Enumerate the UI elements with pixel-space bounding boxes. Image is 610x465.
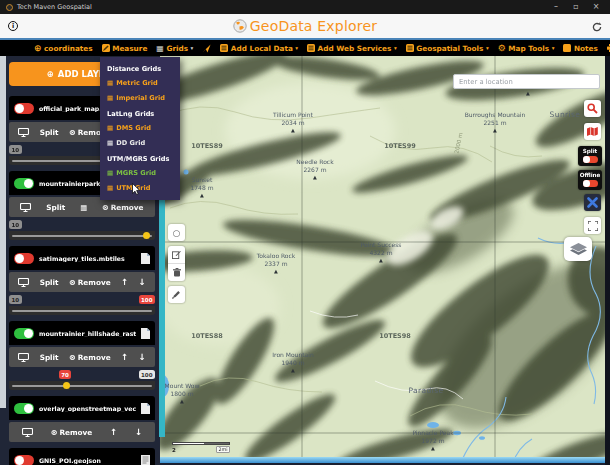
pencil-draw-icon (172, 290, 181, 299)
grids-dropdown-menu: Distance Grids ▦Metric Grid ▦Imperial Gr… (100, 57, 180, 200)
file-icon[interactable] (141, 403, 150, 414)
menu-add-web-services[interactable]: Add Web Services ▾ (307, 44, 397, 53)
menu-add-local-data[interactable]: Add Local Data ▾ (220, 44, 298, 53)
peak-icon: ▲ (180, 398, 184, 405)
menu-coordinates[interactable]: ⊕ coordinates (34, 43, 93, 53)
map-label-iron-mountain: Iron Mountain1940 m▲ (272, 351, 313, 374)
plus-icon: ⊕ (47, 69, 54, 79)
slider-thumb[interactable] (63, 382, 70, 389)
fullscreen-icon (588, 221, 598, 231)
brand: GeoData Explorer (18, 18, 592, 34)
monitor-icon[interactable] (18, 278, 29, 287)
remove-icon: ⊗ (69, 128, 76, 137)
app-title: GeoData Explorer (250, 18, 377, 34)
basemap-button[interactable] (584, 123, 601, 140)
layers-switcher-button[interactable] (564, 237, 592, 261)
close-button[interactable]: × (588, 0, 604, 14)
draw-circle-tool[interactable]: ○ (168, 224, 185, 241)
file-icon[interactable] (141, 328, 150, 339)
scale-unit: 2mi (216, 446, 230, 453)
split-button[interactable]: Split (40, 278, 59, 287)
opacity-slider[interactable] (9, 306, 155, 315)
menu-item-mgrs-grid[interactable]: ▦MGRS Grid (100, 165, 180, 180)
measure-network-button[interactable] (584, 194, 601, 211)
menu-item-dms-grid[interactable]: ▦DMS Grid (100, 120, 180, 135)
map-label-sunset: Sunset1748 m▲ (190, 176, 213, 199)
file-icon[interactable] (141, 253, 150, 264)
document-icon[interactable] (141, 455, 150, 465)
layer-visibility-toggle[interactable] (14, 403, 34, 414)
offline-toggle[interactable]: Offline (578, 170, 602, 190)
geospatial-tools-icon (406, 44, 414, 52)
map-label-tokaloo-rock: Tokaloo Rock2337 m▲ (257, 252, 296, 275)
monitor-icon[interactable] (18, 128, 29, 137)
layer-visibility-toggle[interactable] (14, 253, 34, 264)
opacity-slider[interactable] (9, 381, 155, 390)
dropdown-header-distance-grids: Distance Grids (100, 60, 180, 75)
remove-button[interactable]: ⊗Remove (51, 428, 93, 437)
remove-button[interactable]: ⊗Remove (102, 203, 144, 212)
info-icon[interactable]: i (8, 21, 18, 31)
move-up-button[interactable]: ↑ (110, 427, 117, 437)
split-toggle[interactable]: Split (578, 146, 602, 166)
attribute-table-icon[interactable]: ▦ (80, 203, 87, 212)
layer-name: satimagery_tiles.mbtiles (39, 255, 136, 262)
opacity-badges: 70 100 (9, 369, 155, 381)
split-button[interactable]: Split (40, 128, 59, 137)
edit-feature-button[interactable] (168, 246, 185, 263)
menu-item-imperial-grid[interactable]: ▦Imperial Grid (100, 90, 180, 105)
layer-visibility-toggle[interactable] (14, 103, 34, 114)
maximize-button[interactable]: ▫ (568, 0, 584, 14)
monitor-icon[interactable] (20, 203, 31, 212)
map-label-mount-wow: Mount Wow1800 m▲ (165, 382, 200, 405)
menu-geospatial-tools[interactable]: Geospatial Tools ▾ (406, 44, 489, 53)
menu-item-metric-grid[interactable]: ▦Metric Grid (100, 75, 180, 90)
layer-card-osm-vectortiles: overlay_openstreetmap_vectortiles_plane … (9, 396, 155, 442)
move-up-button[interactable]: ↑ (121, 277, 128, 287)
delete-feature-button[interactable] (168, 264, 185, 281)
move-up-button[interactable]: ↑ (121, 352, 128, 362)
offline-toggle-switch[interactable] (583, 180, 598, 188)
window-titlebar: Tech Maven Geospatial – ▫ × (0, 0, 610, 14)
move-down-button[interactable]: ↓ (135, 427, 142, 437)
location-search-input[interactable] (453, 74, 600, 89)
blue-cross-icon (587, 197, 598, 208)
split-button[interactable]: Split (46, 203, 65, 212)
search-button[interactable] (584, 100, 601, 117)
scale-value: 2 (172, 447, 176, 453)
layer-visibility-toggle[interactable] (14, 328, 34, 339)
move-down-button[interactable]: ↓ (139, 277, 146, 287)
navigation-arrow-icon (202, 44, 211, 53)
fullscreen-button[interactable] (584, 217, 601, 234)
peak-icon: ▲ (291, 367, 295, 374)
monitor-icon[interactable] (18, 353, 29, 362)
menu-map-tools[interactable]: ⚙ Map Tools ▾ (498, 43, 555, 53)
menu-notes[interactable]: Notes (563, 44, 597, 53)
menu-item-utm-grid[interactable]: ▦UTM Grid (100, 180, 180, 195)
refresh-icon[interactable] (592, 17, 602, 36)
slider-thumb[interactable] (143, 232, 150, 239)
menu-grids[interactable]: ▦ Grids ▾ (156, 44, 193, 53)
grid-icon: ▦ (107, 139, 113, 147)
sketch-measure-tool[interactable] (168, 286, 185, 303)
locate-arrow-button[interactable] (202, 44, 211, 53)
map-label-needle-rock: Needle Rock2267 m▲ (296, 158, 333, 181)
menu-item-dd-grid[interactable]: ▦DD Grid (100, 135, 180, 150)
layer-card-gnis-poi: GNIS_POI.geojson (9, 448, 155, 465)
layer-visibility-toggle[interactable] (14, 455, 34, 465)
magnifier-icon (587, 103, 598, 114)
move-down-button[interactable]: ↓ (139, 352, 146, 362)
layer-visibility-toggle[interactable] (14, 178, 34, 189)
split-button[interactable]: Split (40, 353, 59, 362)
minimize-button[interactable]: – (548, 0, 564, 14)
monitor-icon[interactable] (22, 428, 33, 437)
peak-icon: ▲ (526, 90, 530, 97)
split-toggle-switch[interactable] (583, 156, 598, 164)
opacity-badges: 10 100 (9, 294, 155, 306)
remove-button[interactable]: ⊗Remove (69, 278, 111, 287)
menu-measure[interactable]: Measure (102, 44, 148, 53)
opacity-slider[interactable] (9, 231, 155, 240)
map-canvas[interactable]: 10TES89 10TES99 10TES88 10TES98 2000 m T… (160, 56, 605, 465)
app-window: Tech Maven Geospatial – ▫ × i GeoData Ex… (0, 0, 610, 465)
remove-button[interactable]: ⊗Remove (69, 353, 111, 362)
